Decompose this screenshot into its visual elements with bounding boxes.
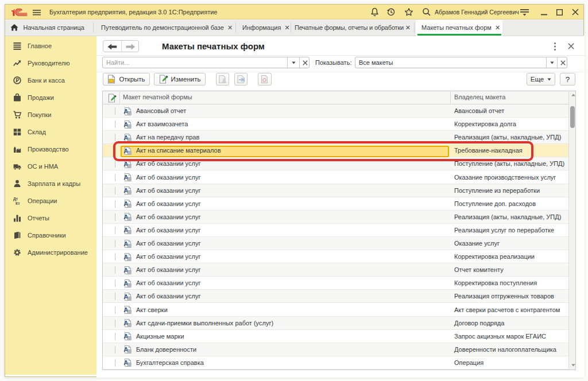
svg-text:Кт: Кт xyxy=(16,201,20,205)
